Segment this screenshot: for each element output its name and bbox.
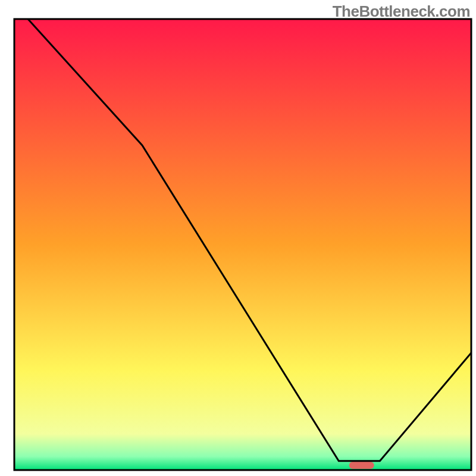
chart-svg: [0, 0, 476, 476]
plot-area: [14, 19, 471, 470]
watermark-text: TheBottleneck.com: [333, 2, 470, 21]
optimal-marker: [349, 462, 374, 469]
gradient-background: [14, 19, 471, 470]
bottleneck-chart: TheBottleneck.com: [0, 0, 476, 476]
